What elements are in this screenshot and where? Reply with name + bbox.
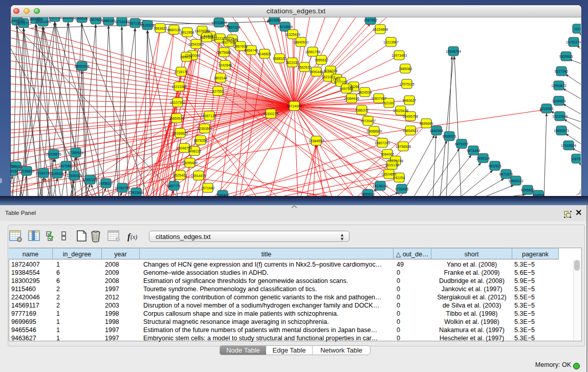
svg-text:1571642: 1571642 bbox=[201, 186, 215, 190]
svg-text:7632621: 7632621 bbox=[488, 164, 502, 168]
svg-text:8938923: 8938923 bbox=[443, 135, 456, 138]
svg-text:10654112: 10654112 bbox=[508, 179, 524, 183]
svg-text:12505185: 12505185 bbox=[67, 174, 82, 178]
svg-text:28053346: 28053346 bbox=[74, 64, 90, 68]
svg-text:18807249: 18807249 bbox=[375, 141, 390, 145]
svg-text:6466160: 6466160 bbox=[102, 19, 116, 23]
svg-text:16914479: 16914479 bbox=[191, 174, 206, 178]
svg-text:19055713: 19055713 bbox=[16, 21, 31, 25]
svg-text:9457771: 9457771 bbox=[167, 184, 181, 188]
svg-text:10688609: 10688609 bbox=[366, 129, 382, 133]
svg-text:17359924: 17359924 bbox=[68, 151, 83, 155]
svg-text:10807487: 10807487 bbox=[371, 97, 386, 100]
svg-text:16782759: 16782759 bbox=[115, 186, 130, 190]
svg-text:12213389: 12213389 bbox=[171, 85, 187, 89]
svg-text:17975115: 17975115 bbox=[399, 82, 415, 86]
svg-text:8878354: 8878354 bbox=[194, 139, 208, 142]
svg-text:12093872: 12093872 bbox=[551, 84, 567, 87]
svg-text:8471676: 8471676 bbox=[499, 172, 513, 176]
svg-text:12342737: 12342737 bbox=[36, 171, 51, 175]
svg-text:1117: 1117 bbox=[574, 27, 581, 31]
svg-text:17016504: 17016504 bbox=[561, 144, 576, 147]
svg-text:1562615: 1562615 bbox=[298, 65, 312, 69]
svg-text:19166825: 19166825 bbox=[172, 132, 188, 135]
svg-text:1145194: 1145194 bbox=[51, 172, 64, 176]
svg-text:16543382: 16543382 bbox=[188, 42, 204, 46]
svg-text:2803144: 2803144 bbox=[214, 76, 228, 80]
svg-text:10655287: 10655287 bbox=[74, 17, 90, 20]
svg-text:19384554: 19384554 bbox=[309, 139, 324, 143]
svg-text:15692971: 15692971 bbox=[554, 129, 569, 133]
svg-text:9327508: 9327508 bbox=[222, 40, 236, 44]
svg-text:2718176: 2718176 bbox=[175, 70, 188, 74]
svg-text:8660124: 8660124 bbox=[167, 28, 181, 32]
svg-text:12353594: 12353594 bbox=[197, 127, 212, 130]
svg-text:7485063: 7485063 bbox=[399, 67, 412, 71]
svg-text:17957225: 17957225 bbox=[82, 178, 98, 182]
svg-text:9777169: 9777169 bbox=[334, 80, 348, 84]
svg-text:1733426: 1733426 bbox=[395, 187, 409, 191]
svg-text:13524851: 13524851 bbox=[381, 172, 397, 176]
svg-text:8912954: 8912954 bbox=[181, 31, 194, 34]
svg-text:19218506: 19218506 bbox=[277, 25, 293, 29]
svg-text:15751074: 15751074 bbox=[566, 40, 581, 44]
svg-text:11325419: 11325419 bbox=[285, 33, 300, 36]
svg-text:939154: 939154 bbox=[11, 169, 18, 173]
svg-text:10958107: 10958107 bbox=[98, 182, 114, 185]
svg-text:1640954: 1640954 bbox=[430, 129, 444, 133]
svg-text:6479197: 6479197 bbox=[455, 142, 469, 146]
svg-text:9329906: 9329906 bbox=[559, 55, 573, 58]
svg-text:1588520: 1588520 bbox=[273, 57, 287, 60]
svg-text:16961758: 16961758 bbox=[305, 50, 320, 54]
svg-text:7515526: 7515526 bbox=[141, 24, 155, 27]
svg-text:16099489: 16099489 bbox=[182, 161, 198, 165]
svg-text:15495758: 15495758 bbox=[403, 115, 418, 118]
svg-text:16154808: 16154808 bbox=[373, 28, 388, 31]
svg-text:12213967: 12213967 bbox=[383, 40, 399, 44]
svg-text:9084067: 9084067 bbox=[381, 152, 395, 156]
svg-text:9605717: 9605717 bbox=[48, 17, 62, 19]
svg-text:9245652: 9245652 bbox=[521, 188, 535, 192]
svg-text:7955812: 7955812 bbox=[315, 58, 329, 62]
svg-text:989013: 989013 bbox=[181, 55, 192, 59]
svg-text:18640910: 18640910 bbox=[293, 40, 309, 44]
svg-text:427552: 427552 bbox=[212, 90, 224, 93]
svg-text:1322328: 1322328 bbox=[213, 37, 227, 40]
svg-text:8990448: 8990448 bbox=[310, 70, 323, 74]
svg-text:9890612: 9890612 bbox=[361, 192, 375, 196]
svg-text:16648784: 16648784 bbox=[446, 50, 461, 53]
svg-text:5875685: 5875685 bbox=[217, 51, 231, 54]
svg-text:7857224: 7857224 bbox=[227, 26, 241, 29]
svg-text:10975867: 10975867 bbox=[58, 164, 74, 168]
svg-text:20364436: 20364436 bbox=[344, 97, 359, 100]
svg-text:18724007: 18724007 bbox=[287, 104, 302, 108]
svg-text:7625402: 7625402 bbox=[173, 173, 187, 177]
svg-text:13226058: 13226058 bbox=[194, 29, 210, 33]
svg-text:16033809: 16033809 bbox=[211, 21, 227, 25]
svg-text:19654923: 19654923 bbox=[403, 129, 418, 133]
svg-text:62160: 62160 bbox=[384, 101, 394, 105]
svg-text:16120746: 16120746 bbox=[388, 159, 403, 163]
svg-text:8267133: 8267133 bbox=[203, 114, 216, 118]
svg-text:12923448: 12923448 bbox=[128, 191, 144, 194]
svg-text:1615132: 1615132 bbox=[385, 163, 399, 167]
svg-text:15300275: 15300275 bbox=[263, 112, 278, 116]
svg-text:2087682: 2087682 bbox=[364, 18, 378, 22]
svg-text:7386372: 7386372 bbox=[355, 108, 369, 112]
svg-text:8813054: 8813054 bbox=[268, 18, 281, 22]
svg-text:2867608: 2867608 bbox=[234, 45, 248, 48]
svg-text:(x): (x) bbox=[130, 233, 137, 240]
svg-text:19756928: 19756928 bbox=[396, 145, 411, 148]
svg-text:252254: 252254 bbox=[394, 176, 405, 180]
svg-text:19654915: 19654915 bbox=[169, 117, 184, 120]
svg-text:9146821: 9146821 bbox=[258, 52, 272, 56]
svg-text:10022436: 10022436 bbox=[60, 17, 76, 19]
svg-text:116753: 116753 bbox=[571, 157, 581, 161]
svg-text:26206576: 26206576 bbox=[46, 152, 61, 156]
svg-text:9527508: 9527508 bbox=[200, 36, 214, 39]
svg-text:9242848: 9242848 bbox=[219, 63, 232, 67]
svg-text:10210643: 10210643 bbox=[552, 115, 568, 118]
svg-text:1527602: 1527602 bbox=[89, 18, 103, 21]
svg-text:8215953: 8215953 bbox=[540, 107, 554, 111]
svg-text:9699695: 9699695 bbox=[420, 122, 433, 125]
